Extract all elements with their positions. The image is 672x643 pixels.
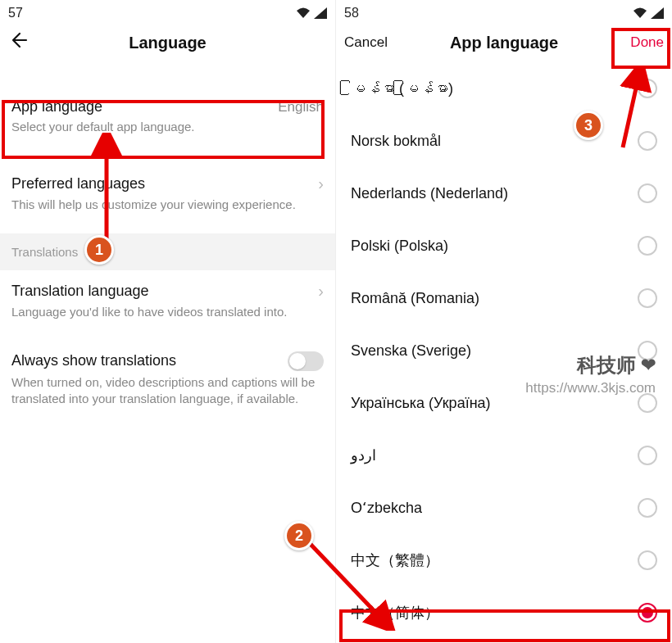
status-bar: 58 <box>336 0 672 23</box>
language-label: Polski (Polska) <box>351 238 448 255</box>
status-bar: 57 <box>0 0 335 23</box>
preferred-languages-row[interactable]: Preferred languages › This will help us … <box>11 163 324 218</box>
status-time: 57 <box>8 6 23 20</box>
language-option[interactable]: اردو <box>351 429 657 482</box>
heart-icon: ❤ <box>641 355 656 376</box>
cancel-button[interactable]: Cancel <box>344 34 393 51</box>
svg-line-1 <box>303 537 385 623</box>
radio-button[interactable] <box>638 236 657 256</box>
always-show-toggle[interactable] <box>288 351 324 371</box>
annotation-arrow-2 <box>291 491 397 631</box>
annotation-badge-3: 3 <box>574 111 603 140</box>
preferred-languages-sub: This will help us customize your viewing… <box>11 197 324 213</box>
radio-button[interactable] <box>638 498 657 518</box>
annotation-badge-2: 2 <box>284 521 314 550</box>
always-show-translations-row: Always show translations When turned on,… <box>11 340 324 413</box>
translation-language-label: Translation language <box>11 283 148 300</box>
radio-button[interactable] <box>638 288 657 308</box>
status-icons <box>296 7 327 19</box>
status-time: 58 <box>344 6 359 20</box>
page-title: App language <box>393 34 615 52</box>
always-show-label: Always show translations <box>11 352 176 369</box>
language-label: Українська (Україна) <box>351 395 491 412</box>
chevron-right-icon: › <box>318 282 324 301</box>
translation-language-sub: Language you'd like to have videos trans… <box>11 304 324 320</box>
svg-line-2 <box>623 74 639 147</box>
watermark: 科技师❤ https://www.3kjs.com <box>525 352 656 396</box>
cell-signal-icon <box>314 7 327 19</box>
header: Language <box>0 23 335 62</box>
language-label: Nederlands (Nederland) <box>351 185 508 202</box>
radio-button[interactable] <box>638 550 657 570</box>
chevron-right-icon: › <box>318 174 324 193</box>
translation-language-row[interactable]: Translation language › Language you'd li… <box>11 270 324 325</box>
language-label: Svenska (Sverige) <box>351 342 471 360</box>
always-show-sub: When turned on, video descriptions and c… <box>11 374 324 408</box>
status-icons <box>633 7 664 19</box>
wifi-icon <box>633 7 647 19</box>
language-option[interactable]: Română (Romania) <box>351 272 657 324</box>
translations-section-header: Translations <box>0 233 335 270</box>
language-option[interactable]: Polski (Polska) <box>351 220 657 272</box>
language-label: اردو <box>351 446 376 464</box>
watermark-url: https://www.3kjs.com <box>525 380 656 396</box>
annotation-box-1 <box>2 100 325 159</box>
back-button[interactable] <box>8 30 33 55</box>
annotation-arrow-3 <box>606 66 656 201</box>
language-label: မြန်မာ (မြန်မာ) <box>351 80 453 97</box>
back-arrow-icon <box>8 30 28 50</box>
cell-signal-icon <box>651 7 664 19</box>
screen-language-settings: 57 Language App language English Select … <box>0 0 336 643</box>
page-title: Language <box>33 34 302 52</box>
language-label: Română (Romania) <box>351 290 479 307</box>
language-label: Norsk bokmål <box>351 133 441 150</box>
watermark-text: 科技师 <box>577 352 636 378</box>
radio-button[interactable] <box>638 446 657 465</box>
wifi-icon <box>296 7 311 19</box>
annotation-badge-1: 1 <box>84 235 114 265</box>
annotation-box-3 <box>611 28 670 69</box>
